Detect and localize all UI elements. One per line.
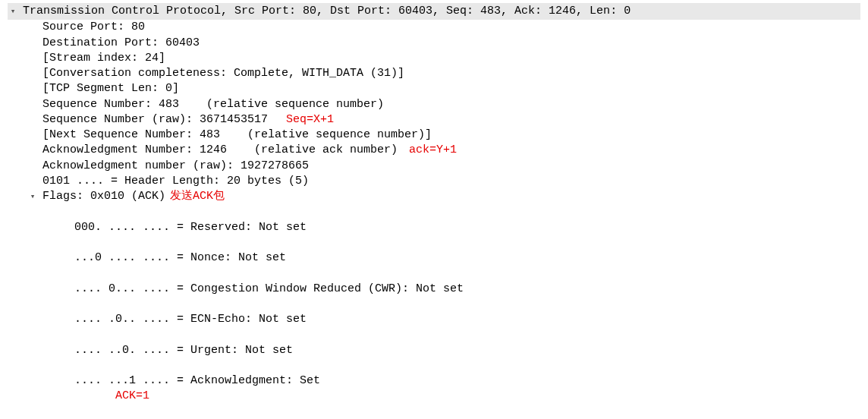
flag-reserved-label: 000. .... .... = Reserved: Not set (74, 221, 307, 234)
dest-port-label: Destination Port: 60403 (42, 36, 200, 51)
header-length-row[interactable]: 0101 .... = Header Length: 20 bytes (5) (8, 174, 860, 189)
tcp-header-text: Transmission Control Protocol, Src Port:… (23, 4, 631, 19)
dest-port-row[interactable]: Destination Port: 60403 (8, 36, 860, 51)
flag-cwr-row[interactable]: .... 0... .... = Congestion Window Reduc… (8, 266, 860, 297)
source-port-row[interactable]: Source Port: 80 (8, 20, 860, 35)
conversation-completeness-row[interactable]: [Conversation completeness: Complete, WI… (8, 66, 860, 81)
flag-ecn-row[interactable]: .... .0.. .... = ECN-Echo: Not set (8, 297, 860, 328)
sequence-number-raw-row[interactable]: Sequence Number (raw): 3671453517 Seq=X+… (8, 112, 860, 128)
flag-ack-label: .... ...1 .... = Acknowledgment: Set (74, 374, 320, 387)
source-port-label: Source Port: 80 (42, 20, 145, 35)
flag-nonce-row[interactable]: ...0 .... .... = Nonce: Not set (8, 235, 860, 266)
next-sequence-number-row[interactable]: [Next Sequence Number: 483 (relative seq… (8, 128, 860, 143)
flags-header-row[interactable]: ▾ Flags: 0x010 (ACK) 发送ACK包 (8, 189, 860, 204)
flag-push-row[interactable]: .... .... 0... = Push: Not set (8, 405, 860, 420)
ack-number-row[interactable]: Acknowledgment Number: 1246 (relative ac… (8, 143, 860, 158)
sequence-number-label: Sequence Number: 483 (relative sequence … (42, 97, 384, 112)
flag-ecn-label: .... .0.. .... = ECN-Echo: Not set (74, 313, 307, 326)
chevron-down-icon[interactable]: ▾ (27, 191, 38, 203)
flag-ack-annotation: ACK=1 (74, 389, 149, 402)
stream-index-label: [Stream index: 24] (42, 51, 165, 66)
tcp-segment-len-row[interactable]: [TCP Segment Len: 0] (8, 81, 860, 96)
ack-annotation: ack=Y+1 (402, 143, 457, 158)
header-length-label: 0101 .... = Header Length: 20 bytes (5) (42, 174, 309, 189)
sequence-number-raw-label: Sequence Number (raw): 3671453517 (42, 112, 268, 128)
next-sequence-number-label: [Next Sequence Number: 483 (relative seq… (42, 128, 432, 143)
flags-annotation: 发送ACK包 (170, 189, 225, 204)
conversation-completeness-label: [Conversation completeness: Complete, WI… (42, 66, 404, 81)
chevron-down-icon[interactable]: ▾ (8, 6, 18, 17)
flag-reserved-row[interactable]: 000. .... .... = Reserved: Not set (8, 204, 860, 235)
stream-index-row[interactable]: [Stream index: 24] (8, 51, 860, 66)
flag-urgent-label: .... ..0. .... = Urgent: Not set (74, 344, 293, 357)
tcp-header-row[interactable]: ▾ Transmission Control Protocol, Src Por… (8, 3, 860, 20)
flags-header-label: Flags: 0x010 (ACK) (42, 189, 165, 204)
ack-number-raw-label: Acknowledgment number (raw): 1927278665 (42, 159, 309, 174)
ack-number-raw-row[interactable]: Acknowledgment number (raw): 1927278665 (8, 159, 860, 174)
flag-ack-row[interactable]: .... ...1 .... = Acknowledgment: Set ACK… (8, 358, 860, 405)
sequence-number-row[interactable]: Sequence Number: 483 (relative sequence … (8, 97, 860, 112)
flag-nonce-label: ...0 .... .... = Nonce: Not set (74, 251, 286, 264)
seq-annotation: Seq=X+1 (272, 112, 334, 128)
flag-cwr-label: .... 0... .... = Congestion Window Reduc… (74, 282, 464, 295)
tcp-segment-len-label: [TCP Segment Len: 0] (42, 81, 179, 96)
flag-urgent-row[interactable]: .... ..0. .... = Urgent: Not set (8, 327, 860, 358)
ack-number-label: Acknowledgment Number: 1246 (relative ac… (42, 143, 398, 158)
